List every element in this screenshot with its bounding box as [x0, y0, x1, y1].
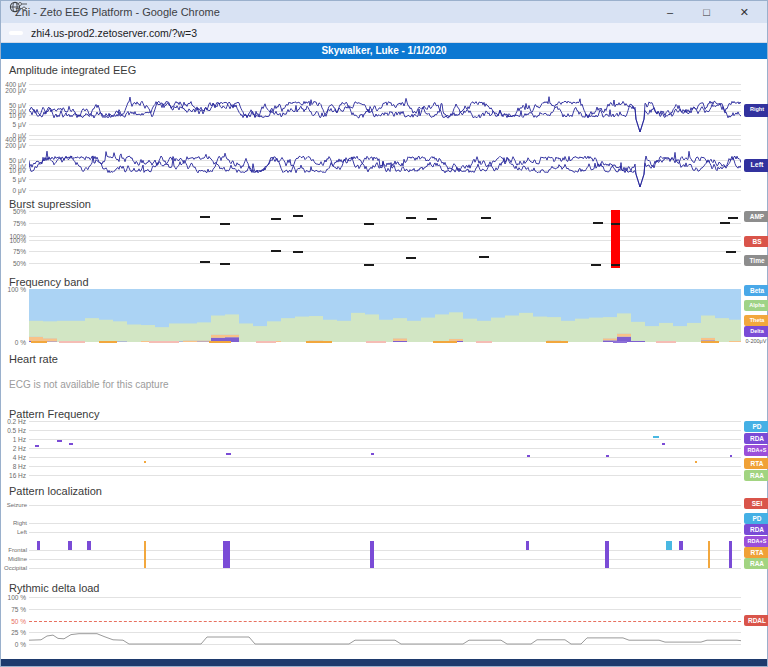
- patient-header: Skywalker, Luke - 1/1/2020: [1, 43, 767, 59]
- section-title-rhythmic-delta-load: Rythmic delta load: [1, 582, 767, 595]
- y-axis-label: 1 Hz: [1, 436, 26, 443]
- section-title-pattern-frequency: Pattern Frequency: [1, 408, 767, 421]
- bs-event-mark: [611, 264, 620, 266]
- bs-event-mark: [271, 218, 281, 220]
- pattern-mark: [527, 455, 530, 457]
- baseline-tick: [701, 341, 719, 343]
- gridline: [29, 559, 741, 560]
- gridline: [29, 448, 741, 449]
- baseline-tick: [476, 341, 492, 343]
- gridline: [29, 263, 741, 264]
- localization-bar: [708, 541, 710, 568]
- bs-event-mark: [728, 217, 738, 219]
- localization-bar: [68, 541, 72, 550]
- baseline-tick: [613, 341, 627, 343]
- y-axis-label: Seizure: [1, 502, 27, 508]
- bs-event-mark: [593, 222, 603, 224]
- browser-window: Zhi - Zeto EEG Platform - Google Chrome …: [0, 0, 768, 667]
- y-axis-label: Occipital: [1, 565, 27, 571]
- badge-rda-s[interactable]: RDA+S: [744, 445, 768, 456]
- badge-time[interactable]: Time: [744, 255, 768, 266]
- pattern-mark: [144, 461, 146, 463]
- bs-event-mark: [481, 217, 491, 219]
- y-axis-label: 100 %: [1, 594, 26, 601]
- baseline-tick: [366, 341, 386, 343]
- badge-left[interactable]: Left: [744, 159, 768, 172]
- y-axis-label: 16 Hz: [1, 472, 26, 479]
- bs-event-mark: [427, 218, 437, 220]
- maximize-button[interactable]: □: [703, 1, 710, 23]
- taskbar-strip: [1, 659, 767, 666]
- gridline: [29, 223, 741, 224]
- y-axis-label: 0 μV: [1, 187, 26, 194]
- bs-event-mark: [364, 264, 374, 266]
- tune-icon: [16, 1, 28, 11]
- badge-theta[interactable]: Theta: [744, 315, 768, 326]
- badge-rdal[interactable]: RDAL: [744, 615, 768, 626]
- badge-bs[interactable]: BS: [744, 236, 768, 247]
- badge-rta[interactable]: RTA: [744, 458, 768, 469]
- localization-bar: [729, 541, 732, 568]
- section-title-aeeg: Amplitude integrated EEG: [1, 64, 767, 77]
- pattern-mark: [57, 440, 62, 442]
- baseline-tick: [656, 341, 676, 343]
- seizure-bar: [611, 210, 620, 268]
- bs-event-mark: [406, 217, 416, 219]
- bs-event-mark: [591, 264, 601, 266]
- minimize-button[interactable]: –: [667, 1, 673, 23]
- gridline: [29, 211, 741, 212]
- y-axis-label: Midline: [1, 556, 27, 562]
- gridline: [29, 421, 741, 422]
- url-text[interactable]: zhi4.us-prod2.zetoserver.com/?w=3: [31, 27, 197, 39]
- bs-event-mark: [479, 256, 489, 258]
- gridline: [29, 475, 741, 476]
- section-title-heart-rate: Heart rate: [1, 353, 767, 366]
- close-button[interactable]: ✕: [740, 1, 749, 23]
- bs-event-mark: [293, 251, 303, 253]
- baseline-tick: [306, 341, 332, 343]
- aeeg-right-chart: 400 μV200 μV50 μV20 μV10 μV5 μV0 μVRight: [1, 84, 768, 136]
- badge-rda-s[interactable]: RDA+S: [744, 536, 768, 547]
- badge-right[interactable]: Right: [744, 104, 768, 117]
- badge-raa[interactable]: RAA: [744, 558, 768, 569]
- badge-alpha[interactable]: Alpha: [744, 300, 768, 311]
- window-title: Zhi - Zeto EEG Platform - Google Chrome: [15, 6, 220, 18]
- pattern-localization-chart: SeizureRightLeftFrontalMidlineOccipitalS…: [1, 498, 768, 569]
- pattern-frequency-chart: 0.2 Hz0.5 Hz1 Hz2 Hz4 Hz8 Hz16 HzPDRDARD…: [1, 421, 768, 476]
- gridline: [29, 568, 741, 569]
- badge-pd[interactable]: PD: [744, 513, 768, 524]
- bs-event-mark: [220, 263, 230, 265]
- y-axis-label: 0.2 Hz: [1, 418, 26, 425]
- gridline: [29, 236, 741, 237]
- y-axis-label: 200 μV: [1, 87, 26, 94]
- window-titlebar[interactable]: Zhi - Zeto EEG Platform - Google Chrome …: [1, 1, 767, 23]
- pattern-mark: [606, 455, 609, 457]
- badge-beta[interactable]: Beta: [744, 285, 768, 296]
- badge-sei[interactable]: SEI: [744, 498, 768, 509]
- y-axis-label: 5 μV: [1, 176, 26, 183]
- localization-bar: [87, 541, 91, 550]
- bs-event-mark: [271, 250, 281, 252]
- section-title-burst-suppression: Burst supression: [1, 198, 767, 211]
- pattern-mark: [730, 455, 732, 457]
- y-axis-label: 0 %: [1, 339, 26, 346]
- site-info-button[interactable]: [9, 31, 23, 35]
- url-bar: zhi4.us-prod2.zetoserver.com/?w=3: [1, 23, 767, 43]
- y-axis-label: 100%: [1, 237, 26, 244]
- badge-amp[interactable]: AMP: [744, 211, 768, 222]
- baseline-tick: [546, 341, 568, 343]
- badge-rda[interactable]: RDA: [744, 433, 768, 444]
- badge-rda[interactable]: RDA: [744, 524, 768, 535]
- gridline: [29, 439, 741, 440]
- gridline: [29, 466, 741, 467]
- y-axis-label: 50%: [1, 260, 26, 267]
- localization-bar: [37, 541, 40, 550]
- badge-delta[interactable]: Delta: [744, 326, 768, 337]
- badge-rta[interactable]: RTA: [744, 547, 768, 558]
- badge-pd[interactable]: PD: [744, 421, 768, 432]
- gridline: [29, 251, 741, 252]
- burst-suppression-chart: 50%75%100%100%75%50%AMPBSTime: [1, 211, 768, 268]
- badge-raa[interactable]: RAA: [744, 470, 768, 481]
- bs-event-mark: [200, 261, 210, 263]
- y-axis-label: 0 %: [1, 641, 26, 648]
